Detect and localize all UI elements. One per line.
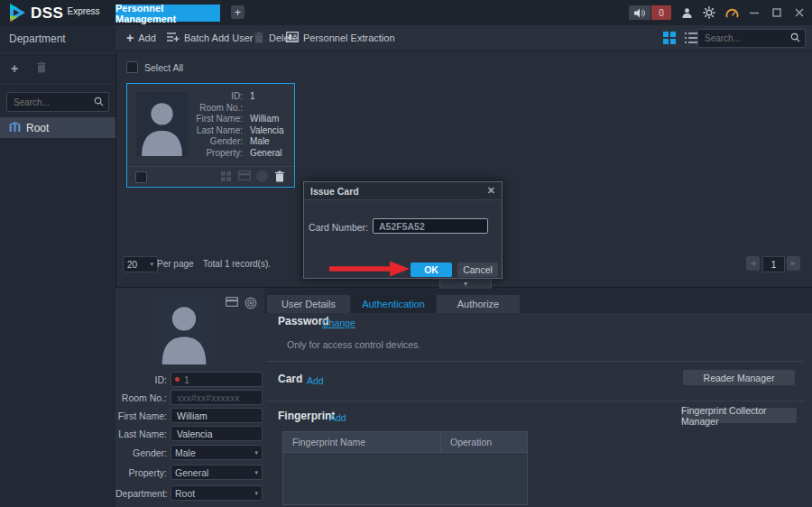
card-icon[interactable] (238, 171, 251, 183)
room-no-label: Room No.: (115, 392, 167, 403)
batch-add-user-button[interactable]: Batch Add User (167, 25, 253, 51)
card-icon[interactable] (226, 297, 239, 310)
alarm-center-button[interactable]: 0 (629, 5, 671, 20)
add-fingerprint-link[interactable]: Add (329, 412, 346, 423)
department-panel: Department + Root (0, 25, 116, 507)
close-icon[interactable]: ✕ (487, 185, 495, 197)
property-select[interactable]: General ▾ (171, 465, 263, 480)
issue-card-dialog: Issue Card ✕ Card Number: OK Cancel (303, 181, 503, 279)
first-name-input[interactable] (175, 410, 258, 422)
titlebar-controls: 0 (629, 0, 807, 25)
tab-authorize[interactable]: Authorize (437, 295, 520, 313)
card-section-title: Card (278, 373, 302, 385)
department-search-box[interactable] (6, 92, 109, 112)
logo-text-secondary: Express (67, 6, 99, 16)
chevron-down-icon: ▾ (254, 490, 258, 497)
detail-photo[interactable] (155, 295, 213, 364)
dss-logo-icon (7, 3, 27, 24)
chevron-down-icon: ▾ (150, 261, 153, 268)
department-select[interactable]: Root ▾ (171, 485, 263, 501)
tab-personnel-management[interactable]: Personnel Management (115, 5, 220, 22)
app-logo: DSS Express (7, 3, 100, 24)
id-value: 1 (184, 374, 189, 385)
card-field-label: ID: (127, 91, 243, 101)
department-value: Root (175, 488, 195, 499)
prev-icon: ◀ (751, 260, 755, 267)
batch-add-icon (167, 32, 180, 44)
card-field-value: General (250, 148, 282, 158)
card-field-value: Male (250, 136, 270, 146)
room-no-field[interactable] (171, 390, 263, 405)
department-search-input[interactable] (12, 97, 94, 108)
fingerprint-icon[interactable] (256, 171, 269, 183)
personnel-search-box[interactable] (697, 29, 806, 48)
department-label: Department: (115, 488, 167, 499)
next-icon: ▶ (791, 260, 796, 267)
person-card-footer (127, 166, 294, 187)
reader-manager-button[interactable]: Reader Manager (683, 370, 795, 385)
required-dot-icon (175, 377, 180, 382)
card-field-value: William (250, 114, 279, 124)
card-number-input[interactable] (377, 220, 484, 233)
grid-view-icon[interactable] (663, 32, 677, 44)
last-name-field[interactable] (171, 426, 263, 441)
property-value: General (175, 467, 208, 478)
delete-person-trash-icon[interactable] (274, 171, 287, 183)
personnel-search-input[interactable] (703, 32, 790, 44)
card-field-value: Valencia (250, 125, 284, 135)
sidebar-item-root[interactable]: Root (0, 117, 115, 138)
fingerprint-icon[interactable] (245, 297, 258, 310)
change-password-link[interactable]: Change (322, 318, 355, 328)
gender-select[interactable]: Male ▾ (171, 445, 263, 460)
system-status-gauge-icon[interactable] (724, 5, 739, 20)
search-icon (94, 97, 104, 108)
settings-gear-icon[interactable] (702, 5, 716, 20)
title-bar: DSS Express Personnel Management + 0 (0, 0, 812, 25)
cancel-button[interactable]: Cancel (457, 263, 498, 277)
current-page-box[interactable]: 1 (762, 256, 785, 272)
issue-card-icon[interactable] (220, 171, 233, 183)
card-number-label: Card Number: (304, 222, 368, 233)
tab-user-details[interactable]: User Details (267, 295, 350, 313)
list-view-icon[interactable] (685, 32, 698, 44)
last-name-input[interactable] (175, 428, 258, 440)
tab-authentication[interactable]: Authentication (352, 295, 435, 313)
fingerprint-collector-manager-button[interactable]: Fingerprint Collector Manager (681, 408, 797, 423)
add-user-button[interactable]: + Add (126, 25, 156, 51)
password-note: Only for access control devices. (287, 339, 420, 350)
gender-label: Gender: (115, 447, 167, 458)
close-icon[interactable] (792, 5, 807, 20)
minimize-icon[interactable] (747, 5, 761, 20)
section-divider (266, 401, 805, 401)
maximize-icon[interactable] (770, 5, 784, 20)
column-header-operation: Operation (441, 432, 527, 452)
room-no-input[interactable] (175, 392, 258, 404)
dialog-titlebar: Issue Card ✕ (304, 182, 502, 200)
select-all-label: Select All (144, 62, 183, 73)
personnel-extraction-button[interactable]: Personnel Extraction (286, 25, 395, 51)
dss-express-window: DSS Express Personnel Management + 0 (0, 0, 812, 507)
delete-department-button[interactable] (36, 61, 47, 76)
card-field-label: Last Name: (127, 125, 243, 135)
person-card-checkbox[interactable] (135, 171, 147, 183)
card-field-label: Gender: (127, 136, 243, 146)
first-name-field[interactable] (171, 408, 263, 423)
per-page-label: Per page (157, 259, 194, 269)
user-account-icon[interactable] (679, 5, 694, 20)
department-panel-title: Department (0, 25, 115, 53)
fingerprint-section-title: Fingerprint (278, 410, 335, 422)
person-card[interactable]: ID:1 Room No.: First Name:William Last N… (126, 83, 295, 188)
id-label: ID: (115, 374, 167, 385)
trash-icon (254, 32, 264, 45)
prev-page-button[interactable]: ◀ (746, 256, 760, 271)
ok-button[interactable]: OK (411, 263, 452, 277)
select-all-checkbox[interactable] (126, 61, 138, 73)
next-page-button[interactable]: ▶ (787, 256, 800, 271)
fingerprint-table-header: Fingerprint Name Operation (283, 432, 527, 453)
add-department-button[interactable]: + (11, 61, 18, 76)
card-number-field[interactable] (373, 218, 488, 234)
add-card-link[interactable]: Add (307, 375, 324, 386)
per-page-select[interactable]: 20 ▾ (123, 256, 158, 272)
new-tab-button[interactable]: + (231, 5, 245, 19)
id-field[interactable]: 1 (171, 372, 263, 387)
